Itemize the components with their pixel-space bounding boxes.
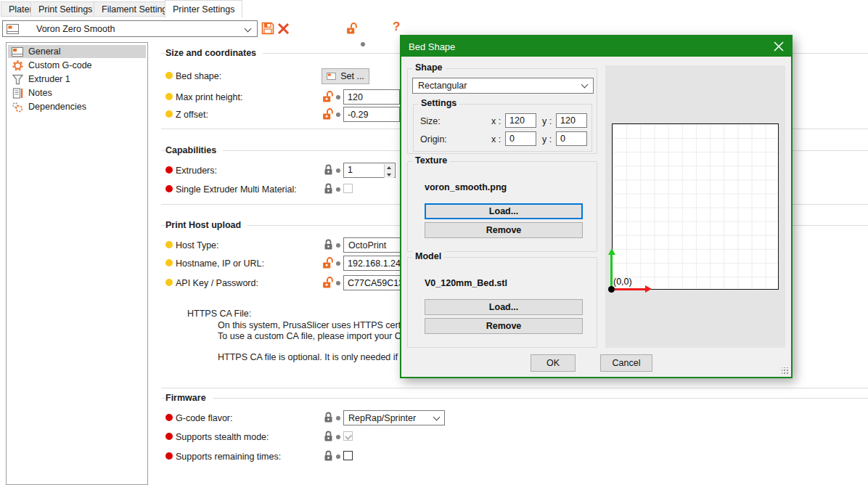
- sidebar-item-extruder-1[interactable]: Extruder 1: [8, 73, 146, 86]
- option-bullet-icon: [165, 433, 173, 440]
- dot-icon[interactable]: [336, 261, 340, 266]
- resize-grip-icon[interactable]: [782, 367, 789, 375]
- section-title-firmware: Firmware: [165, 393, 213, 403]
- size-y-input[interactable]: [556, 113, 587, 128]
- texture-group: Texture voron_smooth.png Load... Remove: [407, 161, 597, 252]
- chevron-down-icon: [581, 81, 589, 89]
- origin-y-input[interactable]: [556, 131, 587, 146]
- shape-combo[interactable]: Rectangular: [412, 78, 594, 94]
- x-axis-arrowhead: [645, 285, 652, 293]
- sidebar-item-general[interactable]: General: [8, 45, 146, 58]
- x-label: x :: [491, 134, 501, 144]
- z-offset-input[interactable]: [343, 107, 400, 122]
- sidebar-item-label: Extruder 1: [28, 74, 70, 84]
- option-bullet-icon: [165, 166, 173, 174]
- sidebar-item-notes[interactable]: Notes: [8, 86, 146, 99]
- gcode-flavor-value: RepRap/Sprinter: [348, 413, 416, 423]
- cancel-button[interactable]: Cancel: [600, 354, 652, 372]
- close-icon[interactable]: [774, 41, 784, 52]
- save-icon: [261, 22, 274, 35]
- lock-icon[interactable]: [324, 239, 334, 252]
- chevron-down-icon: [433, 414, 441, 421]
- dot-icon[interactable]: [336, 113, 340, 117]
- dot-icon[interactable]: [361, 42, 365, 46]
- gcode-flavor-combo[interactable]: RepRap/Sprinter: [343, 410, 445, 425]
- sidebar-item-label: General: [28, 46, 60, 57]
- dot-icon[interactable]: [336, 187, 340, 192]
- dialog-title: Bed Shape: [409, 41, 455, 52]
- dot-icon[interactable]: [336, 416, 340, 420]
- unlock-all-icon[interactable]: [346, 23, 357, 36]
- texture-load-button[interactable]: Load...: [425, 203, 583, 219]
- origin-coordinates-label: (0,0): [613, 277, 632, 287]
- dot-icon[interactable]: [336, 455, 340, 459]
- bed-shape-dialog: Bed Shape Shape Rectangular Settings Siz…: [400, 35, 793, 378]
- printer-preset-combo[interactable]: Voron Zero Smooth: [2, 20, 258, 37]
- remaining-times-checkbox[interactable]: [343, 451, 353, 460]
- lock-icon[interactable]: [324, 431, 334, 444]
- help-icon[interactable]: ?: [393, 20, 400, 34]
- ok-button[interactable]: OK: [531, 354, 576, 372]
- extruders-label: Extruders:: [176, 166, 217, 176]
- extruders-stepper[interactable]: 1: [343, 163, 396, 178]
- gears-icon: [11, 102, 24, 113]
- size-x-input[interactable]: [505, 113, 536, 128]
- lock-icon[interactable]: [324, 164, 334, 177]
- funnel-icon: [11, 74, 24, 85]
- semm-checkbox[interactable]: [343, 184, 353, 193]
- z-offset-label: Z offset:: [176, 110, 208, 120]
- sidebar-item-custom-gcode[interactable]: Custom G-code: [8, 59, 146, 72]
- unlock-icon[interactable]: [322, 277, 333, 290]
- y-label: y :: [542, 134, 552, 144]
- texture-group-title: Texture: [412, 155, 450, 166]
- model-remove-button[interactable]: Remove: [425, 318, 583, 334]
- y-axis-arrowhead: [608, 248, 615, 255]
- tab-print-settings[interactable]: Print Settings: [30, 1, 100, 17]
- note-icon: [11, 88, 24, 99]
- delete-preset-button[interactable]: [277, 23, 290, 37]
- https-ca-line2: To use a custom CA file, please import y…: [218, 331, 421, 341]
- shape-group: Shape Rectangular Settings Size: x : y :…: [407, 68, 597, 154]
- dot-icon[interactable]: [336, 95, 340, 99]
- shape-group-title: Shape: [412, 62, 446, 73]
- section-divider: [161, 388, 868, 388]
- dot-icon[interactable]: [336, 168, 340, 173]
- unlock-icon[interactable]: [322, 257, 333, 271]
- dot-icon[interactable]: [336, 281, 340, 285]
- model-load-button[interactable]: Load...: [425, 299, 583, 315]
- spinner-buttons[interactable]: [384, 164, 394, 178]
- bed-icon: [327, 73, 336, 80]
- sidebar-item-dependencies[interactable]: Dependencies: [8, 100, 146, 113]
- origin-label: Origin:: [420, 134, 447, 144]
- option-bullet-icon: [165, 241, 173, 248]
- max-print-height-input[interactable]: [343, 89, 400, 105]
- texture-filename: voron_smooth.png: [425, 182, 507, 192]
- gcode-flavor-label: G-code flavor:: [176, 413, 233, 423]
- dot-icon[interactable]: [336, 243, 340, 248]
- bed-preview: (0,0): [605, 65, 785, 348]
- semm-label: Single Extruder Multi Material:: [176, 184, 297, 195]
- option-bullet-icon: [165, 452, 173, 460]
- tab-printer-settings[interactable]: Printer Settings: [165, 0, 242, 17]
- tab-bar: Plater Print Settings Filament Settings …: [0, 0, 868, 17]
- origin-x-input[interactable]: [505, 131, 536, 146]
- dot-icon[interactable]: [336, 435, 340, 439]
- lock-icon[interactable]: [324, 412, 334, 425]
- texture-remove-button[interactable]: Remove: [425, 222, 583, 238]
- stealth-mode-checkbox[interactable]: [343, 431, 353, 441]
- section-title-size: Size and coordinates: [165, 48, 263, 58]
- set-button-label: Set ...: [340, 71, 364, 81]
- settings-tree: General Custom G-code Extruder 1: [6, 42, 148, 485]
- lock-icon[interactable]: [324, 450, 334, 463]
- unlock-icon[interactable]: [322, 108, 333, 122]
- dialog-title-bar[interactable]: Bed Shape: [401, 36, 791, 57]
- lock-icon[interactable]: [324, 183, 334, 196]
- save-preset-button[interactable]: [261, 22, 274, 37]
- y-label: y :: [542, 116, 552, 126]
- unlock-icon[interactable]: [322, 91, 333, 105]
- size-label: Size:: [420, 116, 441, 126]
- load-button-label: Load...: [489, 302, 518, 312]
- bed-shape-set-button[interactable]: Set ...: [322, 68, 369, 84]
- printer-bed-icon: [11, 47, 24, 57]
- stealth-mode-label: Supports stealth mode:: [176, 432, 269, 442]
